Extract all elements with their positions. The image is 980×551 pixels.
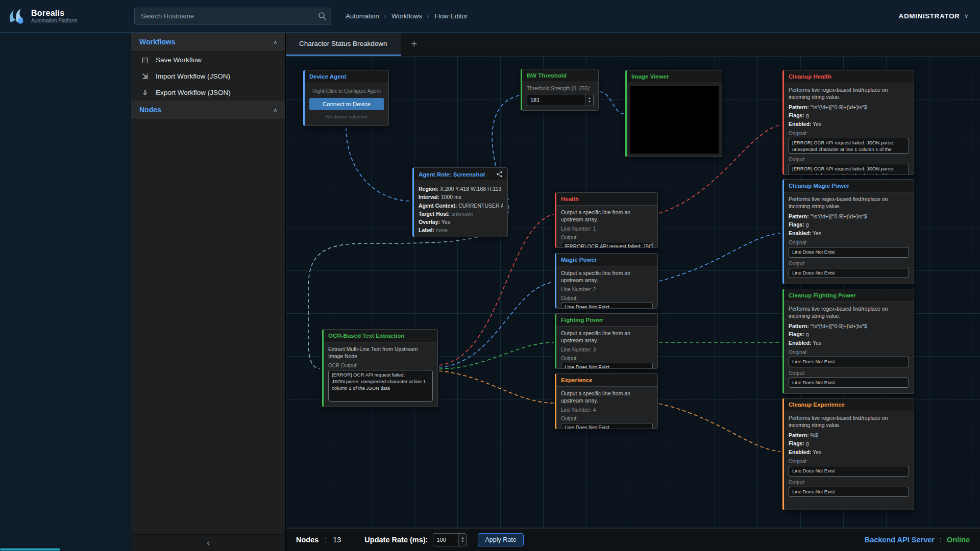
- output-field[interactable]: Line Does Not Exist: [561, 303, 653, 309]
- edge-device-agent-to-screenshot: [346, 128, 411, 201]
- node-agent-role-screenshot[interactable]: Agent Role: Screenshot Region: X:200 Y:4…: [412, 167, 508, 237]
- app-name: Borealis: [31, 9, 78, 18]
- status-bar: Nodes : 13 Update Rate (ms): ▲▼ Apply Ra…: [286, 528, 980, 551]
- ocr-output-label: OCR Output:: [328, 363, 433, 368]
- node-description: Performs live regex-based find/replace o…: [789, 87, 909, 101]
- breadcrumb-workflows[interactable]: Workflows: [391, 12, 422, 20]
- collapse-panel-button[interactable]: ‹: [131, 534, 285, 551]
- output-field[interactable]: Line Does Not Exist: [789, 268, 909, 279]
- output-label: Output:: [789, 480, 909, 485]
- breadcrumb-flow-editor[interactable]: Flow Editor: [434, 12, 468, 20]
- brand: Borealis Automation Platform: [0, 6, 131, 27]
- save-icon: ▤: [140, 56, 150, 64]
- backend-status: Backend API Server : Online: [865, 536, 970, 544]
- node-experience[interactable]: Experience Output a specific line from a…: [555, 373, 658, 429]
- original-label: Original:: [789, 349, 909, 355]
- nodes-header[interactable]: Nodes ∧: [131, 101, 285, 119]
- ocr-output-field[interactable]: [ERROR] OCR API request failed: JSON.par…: [328, 370, 433, 402]
- nodes-count-label: Nodes: [296, 536, 318, 544]
- output-field[interactable]: [ERROR] OCR API request failed: JSON.par…: [789, 164, 909, 175]
- share-icon[interactable]: [496, 171, 503, 178]
- original-label: Original:: [789, 131, 909, 136]
- threshold-value-field[interactable]: [527, 94, 585, 106]
- export-workflow-button[interactable]: ⇩ Export Workflow (JSON): [131, 84, 285, 101]
- chevron-up-icon: ∧: [274, 107, 277, 113]
- search-box: [134, 8, 331, 25]
- node-title: Health: [561, 196, 579, 202]
- agent-context-row: Agent Context: CURRENTUSER Agent: [419, 202, 503, 210]
- node-health[interactable]: Health Output a specific line from an up…: [555, 192, 658, 248]
- node-title: Agent Role: Screenshot: [419, 171, 485, 178]
- search-input[interactable]: [134, 8, 331, 25]
- node-bw-threshold[interactable]: BW Threshold Threshold Strength (0–255):…: [521, 69, 599, 111]
- apply-rate-button[interactable]: Apply Rate: [478, 533, 523, 546]
- node-cleanup-experience[interactable]: Cleanup Experience Performs live regex-b…: [782, 398, 914, 510]
- output-label: Output:: [561, 235, 653, 240]
- node-ocr-text-extraction[interactable]: OCR-Based Text Extraction Extract Multi-…: [322, 329, 438, 407]
- node-image-viewer[interactable]: Image Viewer: [625, 70, 722, 157]
- line-number-label: Line Number: 4: [561, 407, 653, 413]
- node-title: Fighting Power: [561, 317, 603, 323]
- node-cleanup-fighting-power[interactable]: Cleanup Fighting Power Performs live reg…: [782, 289, 914, 394]
- target-host-row: Target Host: unknown: [419, 210, 503, 218]
- output-field[interactable]: Line Does Not Exist: [561, 363, 653, 369]
- pattern-row: Pattern: %$: [789, 432, 909, 439]
- node-fighting-power[interactable]: Fighting Power Output a specific line fr…: [555, 313, 658, 369]
- update-rate-field[interactable]: [433, 534, 458, 546]
- tab-character-status-breakdown[interactable]: Character Status Breakdown: [286, 33, 401, 56]
- device-status: No device selected: [309, 114, 384, 119]
- original-field[interactable]: Line Does Not Exist: [789, 247, 909, 258]
- edge-bw-threshold-to-image-viewer: [600, 92, 624, 114]
- output-field[interactable]: [ERROR] OCR API request failed: JSON.par: [561, 242, 653, 248]
- image-preview: [630, 86, 719, 154]
- output-field[interactable]: Line Does Not Exist: [789, 487, 909, 497]
- flags-row: Flags: g: [789, 440, 909, 447]
- node-cleanup-health[interactable]: Cleanup Health Performs live regex-based…: [782, 70, 914, 175]
- pattern-row: Pattern: ^\s*(\d+)[^0-9]+(\d+)\s*$: [789, 322, 909, 330]
- node-description: Output a specific line from an upstream …: [561, 330, 653, 344]
- original-label: Original:: [789, 240, 909, 245]
- node-device-agent[interactable]: Device Agent Right-Click to Configure Ag…: [303, 70, 389, 126]
- output-label: Output:: [789, 157, 909, 162]
- chevron-up-icon: ∧: [274, 39, 277, 45]
- pattern-row: Pattern: ^\s*(\d+)[^0-9]+(\d+)\s*$: [789, 213, 909, 220]
- original-field[interactable]: [ERROR] OCR API request failed: JSON.par…: [789, 138, 909, 154]
- save-workflow-button[interactable]: ▤ Save Workflow: [131, 52, 285, 68]
- original-field[interactable]: Line Does Not Exist: [789, 357, 909, 367]
- node-title: Image Viewer: [631, 73, 669, 80]
- original-label: Original:: [789, 459, 909, 464]
- connect-to-device-button[interactable]: Connect to Device: [309, 98, 384, 110]
- update-rate-input: ▲▼: [433, 533, 467, 546]
- backend-label: Backend API Server: [865, 536, 935, 544]
- output-field[interactable]: Line Does Not Exist: [789, 378, 909, 388]
- label-row: Label: none: [419, 226, 503, 234]
- borealis-logo: [6, 6, 27, 27]
- user-menu[interactable]: ADMINISTRATOR ∨: [899, 12, 969, 20]
- spinner-buttons[interactable]: ▲▼: [458, 534, 466, 546]
- node-title: Cleanup Magic Power: [789, 183, 849, 189]
- import-workflow-button[interactable]: ⇲ Import Workflow (JSON): [131, 68, 285, 84]
- add-tab-button[interactable]: +: [401, 33, 428, 56]
- enabled-row: Enabled: Yes: [789, 120, 909, 128]
- last-image-row: Last Image: 16 KB: [419, 237, 503, 237]
- node-magic-power[interactable]: Magic Power Output a specific line from …: [555, 253, 658, 309]
- edge-ocr-to-magic-power: [439, 282, 554, 367]
- breadcrumb-automation[interactable]: Automation: [346, 12, 379, 20]
- node-title: Magic Power: [561, 257, 597, 263]
- flow-canvas[interactable]: Device Agent Right-Click to Configure Ag…: [286, 56, 980, 528]
- node-cleanup-magic-power[interactable]: Cleanup Magic Power Performs live regex-…: [782, 179, 914, 284]
- output-label: Output:: [561, 356, 653, 361]
- interval-row: Interval: 1000 ms: [419, 193, 503, 201]
- nodes-panel: Workflows ∧ ▤ Save Workflow ⇲ Import Wor…: [131, 33, 286, 551]
- spinner-buttons[interactable]: ▲▼: [585, 94, 593, 106]
- output-label: Output:: [789, 261, 909, 266]
- enabled-row: Enabled: Yes: [789, 339, 909, 346]
- configure-hint: Right-Click to Configure Agent: [309, 88, 384, 94]
- output-field[interactable]: Line Does Not Exist: [561, 423, 653, 429]
- flags-row: Flags: g: [789, 112, 909, 119]
- original-field[interactable]: Line Does Not Exist: [789, 466, 909, 477]
- node-description: Performs live regex-based find/replace o…: [789, 306, 909, 319]
- scrollbar-thumb[interactable]: [0, 548, 60, 550]
- breadcrumb-separator: ›: [384, 12, 386, 20]
- workflows-header[interactable]: Workflows ∧: [131, 33, 285, 52]
